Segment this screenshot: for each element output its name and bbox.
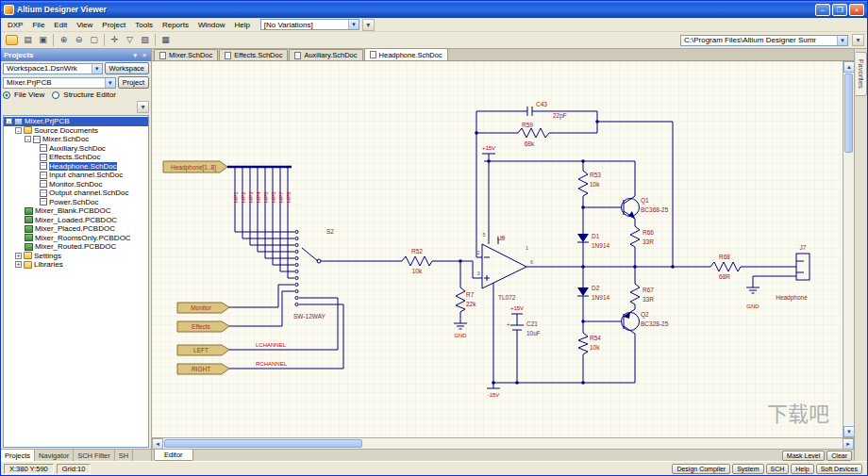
grid-icon[interactable]: ▦ <box>159 33 173 47</box>
horizontal-scroll-thumb[interactable] <box>164 439 362 448</box>
project-button[interactable]: Project <box>118 76 149 89</box>
menu-project[interactable]: Project <box>97 20 130 30</box>
schematic-editor[interactable]: Headphone[1..8] HP1 HP2 <box>152 61 843 437</box>
tree-item-libraries[interactable]: Libraries <box>4 260 148 270</box>
workspace-button[interactable]: Workspace <box>105 62 149 74</box>
schematic-canvas[interactable]: Headphone[1..8] HP1 HP2 <box>152 61 843 437</box>
sch-panel-button[interactable]: SCH <box>766 464 790 474</box>
panel-tab-projects[interactable]: Projects <box>1 450 35 461</box>
tree-item-mixer-blank-pcbdoc[interactable]: Mixer_Blank.PCBDOC <box>4 206 148 216</box>
variations-combo[interactable]: [No Variations] ▼ <box>260 19 359 30</box>
schematic-doc-icon <box>40 154 47 161</box>
structure-editor-label: Structure Editor <box>63 90 116 99</box>
close-button[interactable]: × <box>849 4 864 16</box>
svg-text:3: 3 <box>476 271 479 276</box>
title-bar[interactable]: Altium Designer Viewer – ❒ × <box>1 1 867 18</box>
mask-level-button[interactable]: Mask Level <box>782 451 825 461</box>
panel-menu-icon[interactable]: ▾ <box>131 52 139 59</box>
tree-item-mixer-loaded-pcbdoc[interactable]: Mixer_Loaded.PCBDOC <box>4 216 148 225</box>
horizontal-scrollbar[interactable]: ◄ ► <box>152 437 854 449</box>
menu-window[interactable]: Window <box>193 20 229 30</box>
mask-icon[interactable]: ▧ <box>138 33 152 47</box>
chevron-down-icon[interactable]: ▼ <box>105 78 115 88</box>
tree-item-output-channel-schdoc[interactable]: Output channel.SchDoc <box>4 189 148 198</box>
cross-probe-icon[interactable]: ✛ <box>108 33 122 47</box>
menu-dxp[interactable]: DXP <box>3 20 27 30</box>
menu-file[interactable]: File <box>27 20 49 30</box>
chevron-down-icon[interactable]: ▼ <box>348 20 359 29</box>
soft-devices-panel-button[interactable]: Soft Devices <box>816 464 862 474</box>
panel-tab-sch-filter[interactable]: SCH Filter <box>74 450 115 461</box>
tree-item-mixer-routed-pcbdoc[interactable]: Mixer_Routed.PCBDOC <box>4 242 148 252</box>
tree-item-monitor-schdoc[interactable]: Monitor.SchDoc <box>4 180 148 189</box>
tree-item-source-documents[interactable]: Source Documents <box>4 126 148 136</box>
filter-icon[interactable]: ▽ <box>123 33 137 47</box>
menu-reports[interactable]: Reports <box>158 20 193 30</box>
tree-item-headphone-schdoc[interactable]: Headphone.SchDoc <box>4 162 148 172</box>
svg-text:TL072: TL072 <box>498 294 516 301</box>
tree-item-settings[interactable]: Settings <box>4 252 148 261</box>
vertical-scroll-thumb[interactable] <box>844 74 853 153</box>
expand-icon[interactable] <box>15 261 22 268</box>
tree-item-mixer-roomsonly-pcbdoc[interactable]: Mixer_RoomsOnly.PCBDOC <box>4 234 148 243</box>
system-panel-button[interactable]: System <box>732 464 763 474</box>
svg-text:RCHANNEL: RCHANNEL <box>256 361 288 367</box>
address-go-icon[interactable]: ▾ <box>852 34 864 46</box>
tree-item-auxiliary-schdoc[interactable]: Auxiliary.SchDoc <box>4 144 148 154</box>
doc-tab-effects[interactable]: Effects.SchDoc <box>219 49 288 60</box>
tree-item-input-channel-schdoc[interactable]: Input channel.SchDoc <box>4 171 148 180</box>
projects-panel-header[interactable]: Projects ▾ × <box>1 49 151 61</box>
vertical-scrollbar[interactable]: ▲ ▼ <box>843 61 854 437</box>
expand-icon[interactable] <box>6 118 12 124</box>
project-combo[interactable]: Mixer.PrjPCB ▼ <box>3 77 116 89</box>
editor-tab[interactable]: Editor <box>154 450 193 461</box>
svg-text:5: 5 <box>482 232 485 238</box>
tree-item-mixer-placed-pcbdoc[interactable]: Mixer_Placed.PCBDOC <box>4 224 148 234</box>
chevron-down-icon[interactable]: ▼ <box>92 64 102 74</box>
expand-icon[interactable] <box>25 136 31 142</box>
svg-text:1N914: 1N914 <box>592 242 610 249</box>
minimize-button[interactable]: – <box>815 4 830 16</box>
menu-tools[interactable]: Tools <box>130 20 158 30</box>
variation-settings-icon[interactable]: ▾ <box>362 19 375 31</box>
doc-tab-headphone[interactable]: Headphone.SchDoc <box>364 48 448 60</box>
panel-close-icon[interactable]: × <box>141 52 148 58</box>
expand-icon[interactable] <box>15 253 22 259</box>
print-preview-icon[interactable]: ▣ <box>36 33 50 47</box>
clear-button[interactable]: Clear <box>826 451 852 461</box>
tree-item-power-schdoc[interactable]: Power.SchDoc <box>4 198 148 207</box>
print-icon[interactable]: ▤ <box>21 33 35 47</box>
design-compiler-panel-button[interactable]: Design Compiler <box>672 464 730 474</box>
svg-text:10k: 10k <box>412 268 423 274</box>
doc-tab-auxiliary[interactable]: Auxiliary.SchDoc <box>289 49 362 60</box>
chevron-down-icon[interactable]: ▼ <box>837 36 847 45</box>
svg-text:22k: 22k <box>466 301 476 307</box>
zoom-in-icon[interactable]: ⊕ <box>57 33 71 47</box>
workspace-combo[interactable]: Workspace1.DsnWrk ▼ <box>3 63 103 74</box>
zoom-out-icon[interactable]: ⊖ <box>72 33 86 47</box>
tree-options-icon[interactable]: ▾ <box>137 101 149 113</box>
maximize-button[interactable]: ❒ <box>832 4 847 16</box>
file-view-radio[interactable] <box>3 91 10 99</box>
menu-help[interactable]: Help <box>229 20 254 30</box>
address-combo[interactable]: C:\Program Files\Altium Designer Sumr ▼ <box>680 35 848 46</box>
menu-view[interactable]: View <box>72 20 97 30</box>
doc-tab-mixer[interactable]: Mixer.SchDoc <box>154 49 218 60</box>
zoom-fit-icon[interactable]: ▢ <box>87 33 101 47</box>
favorites-tab[interactable]: Favorites <box>856 52 867 96</box>
open-icon[interactable] <box>6 35 18 45</box>
tree-options-row: ▾ <box>1 100 151 114</box>
schematic-doc-icon <box>40 144 47 152</box>
tree-item-mixer-schdoc[interactable]: Mixer.SchDoc <box>4 135 148 144</box>
app-icon <box>4 5 14 15</box>
tree-item-project[interactable]: Mixer.PrjPCB <box>4 117 148 126</box>
help-panel-button[interactable]: Help <box>791 464 813 474</box>
tree-item-effects-schdoc[interactable]: Effects.SchDoc <box>4 153 148 162</box>
expand-icon[interactable] <box>15 127 22 134</box>
panel-tab-more[interactable]: SH <box>115 450 133 461</box>
structure-editor-radio[interactable] <box>52 91 59 99</box>
panel-tab-navigator[interactable]: Navigator <box>35 450 74 461</box>
svg-text:22pF: 22pF <box>553 112 567 120</box>
svg-text:D2: D2 <box>592 285 600 291</box>
menu-edit[interactable]: Edit <box>49 20 72 30</box>
